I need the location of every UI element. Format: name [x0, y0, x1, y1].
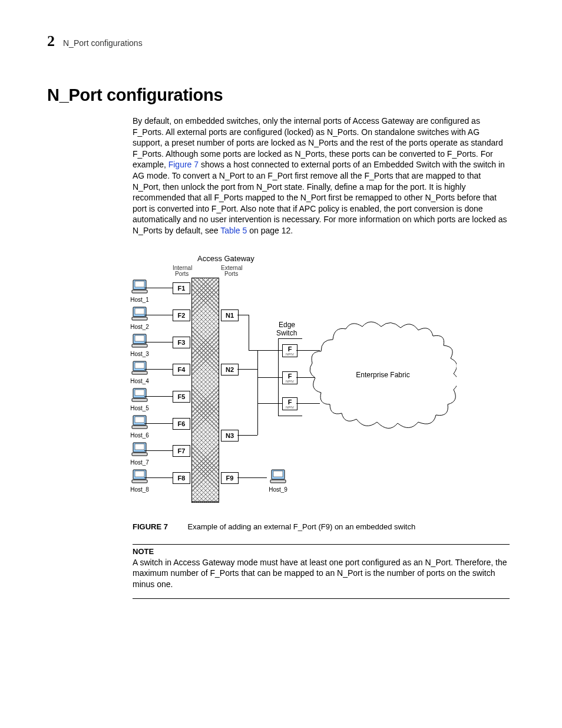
host-1: Host_1 — [127, 279, 153, 303]
f4-port: F4 — [173, 364, 190, 375]
f9-port: F9 — [221, 472, 239, 484]
f3-port: F3 — [173, 337, 190, 348]
running-head: 2 N_Port configurations — [47, 32, 515, 50]
n3-port: N3 — [221, 430, 239, 442]
para-text-mid: shows a host connected to external ports… — [133, 160, 507, 235]
host-2: Host_2 — [127, 306, 153, 330]
chapter-running-title: N_Port configurations — [63, 38, 143, 48]
host-8: Host_8 — [127, 469, 153, 493]
edge-label-2: Switch — [276, 329, 297, 337]
host-7: Host_7 — [127, 442, 153, 466]
host-3: Host_3 — [127, 333, 153, 357]
edge-label-1: Edge — [279, 321, 295, 329]
f8-port: F8 — [173, 472, 190, 484]
note-heading: NOTE — [133, 547, 515, 556]
n1-port: N1 — [221, 309, 239, 321]
note-rule-bottom — [133, 598, 510, 599]
ag-title: Access Gateway — [197, 254, 254, 263]
host-6: Host_6 — [127, 414, 153, 439]
f2-port: F2 — [173, 309, 190, 321]
section-heading: N_Port configurations — [47, 85, 515, 105]
n2-port: N2 — [221, 364, 239, 375]
f7-port: F7 — [173, 445, 190, 457]
xref-figure-7[interactable]: Figure 7 — [168, 160, 199, 169]
host-9: Host_9 — [265, 469, 291, 493]
figure-caption: FIGURE 7 Example of adding an external F… — [133, 522, 515, 531]
host-5: Host_5 — [127, 387, 153, 411]
note-rule-top — [133, 544, 510, 545]
xref-table-5[interactable]: Table 5 — [220, 226, 247, 235]
figure-7: Access Gateway Internal Ports External P… — [133, 254, 462, 516]
para-text-post: on page 12. — [249, 226, 293, 235]
host-4: Host_4 — [127, 360, 153, 384]
f1-port: F1 — [173, 282, 190, 294]
chapter-number: 2 — [47, 32, 55, 50]
enterprise-fabric-cloud: Enterprise Fabric — [309, 316, 457, 434]
f5-port: F5 — [173, 391, 190, 403]
note-body: A switch in Access Gateway mode must hav… — [133, 557, 510, 590]
document-page: 2 N_Port configurations N_Port configura… — [0, 0, 562, 728]
figure-caption-text: Example of adding an external F_Port (F9… — [188, 522, 416, 531]
f6-port: F6 — [173, 418, 190, 430]
external-ports-label: Ports — [224, 271, 238, 277]
body-paragraph: By default, on embedded switches, only t… — [133, 116, 510, 236]
figure-caption-label: FIGURE 7 — [133, 522, 168, 531]
fabric-label: Enterprise Fabric — [309, 371, 457, 379]
internal-ports-label: Ports — [175, 271, 189, 277]
